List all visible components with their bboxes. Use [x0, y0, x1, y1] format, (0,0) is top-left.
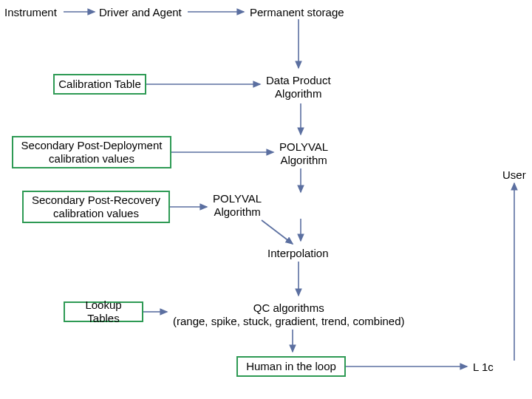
secondary-post-deployment-box: Secondary Post-Deployment calibration va…: [12, 136, 171, 168]
human-in-loop-box: Human in the loop: [236, 356, 346, 377]
qc-algorithms-label: QC algorithms (range, spike, stuck, grad…: [173, 301, 405, 328]
permanent-storage-label: Permanent storage: [250, 6, 344, 19]
arrow-polyval2-to-interp: [262, 220, 293, 244]
instrument-label: Instrument: [4, 6, 57, 19]
calibration-table-text: Calibration Table: [58, 78, 140, 91]
user-label: User: [502, 168, 526, 182]
secondary-post-recovery-box: Secondary Post-Recovery calibration valu…: [22, 191, 170, 223]
l1c-label: L 1c: [473, 361, 494, 374]
driver-agent-label: Driver and Agent: [99, 6, 182, 19]
lookup-tables-text: Lookup Tables: [68, 299, 139, 325]
interpolation-label: Interpolation: [267, 247, 329, 260]
secondary-post-recovery-text: Secondary Post-Recovery calibration valu…: [32, 194, 160, 220]
human-in-loop-text: Human in the loop: [246, 360, 336, 373]
polyval-algorithm-1-label: POLYVAL Algorithm: [279, 140, 328, 167]
secondary-post-deployment-text: Secondary Post-Deployment calibration va…: [21, 139, 163, 166]
lookup-tables-box: Lookup Tables: [64, 301, 143, 322]
polyval-algorithm-2-label: POLYVAL Algorithm: [213, 192, 262, 219]
calibration-table-box: Calibration Table: [53, 74, 146, 95]
data-product-algorithm-label: Data Product Algorithm: [266, 74, 331, 100]
